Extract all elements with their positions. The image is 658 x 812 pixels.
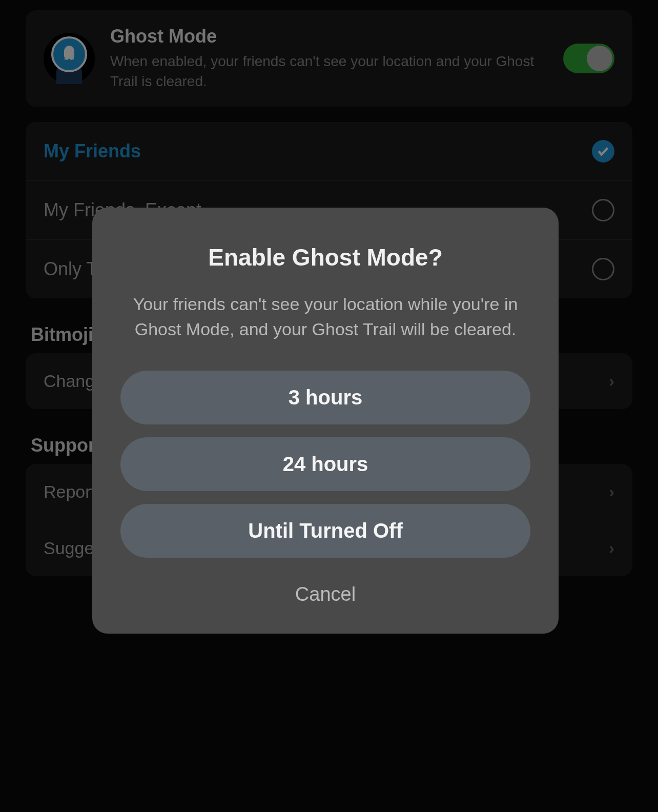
option-until-off-button[interactable]: Until Turned Off xyxy=(120,504,530,558)
modal-description: Your friends can't see your location whi… xyxy=(120,292,530,342)
enable-ghost-mode-modal: Enable Ghost Mode? Your friends can't se… xyxy=(92,208,559,634)
option-24-hours-button[interactable]: 24 hours xyxy=(120,437,530,491)
modal-title: Enable Ghost Mode? xyxy=(120,243,530,271)
option-3-hours-button[interactable]: 3 hours xyxy=(120,371,530,424)
cancel-button[interactable]: Cancel xyxy=(120,571,530,611)
